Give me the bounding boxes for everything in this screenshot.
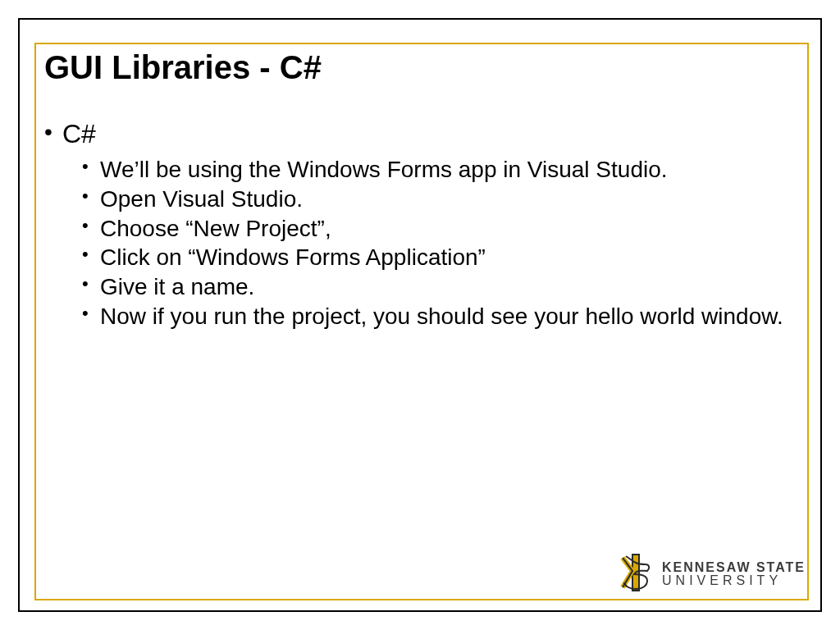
logo-text: KENNESAW STATE UNIVERSITY [662, 561, 806, 587]
list-item: C# We’ll be using the Windows Forms app … [44, 117, 799, 331]
university-logo: KENNESAW STATE UNIVERSITY [618, 553, 806, 596]
bullet-text: Give it a name. [100, 274, 254, 299]
level1-heading: C# [62, 119, 96, 148]
bullet-list-level1: C# We’ll be using the Windows Forms app … [44, 117, 799, 331]
list-item: We’ll be using the Windows Forms app in … [82, 155, 799, 185]
bullet-list-level2: We’ll be using the Windows Forms app in … [62, 155, 799, 331]
ksu-mark-icon [618, 553, 654, 596]
slide-title: GUI Libraries - C# [44, 49, 799, 86]
list-item: Now if you run the project, you should s… [82, 302, 799, 331]
bullet-text: Click on “Windows Forms Application” [100, 244, 486, 270]
logo-line2: UNIVERSITY [662, 574, 806, 587]
list-item: Choose “New Project”, [82, 214, 799, 244]
bullet-text: Now if you run the project, you should s… [100, 304, 783, 329]
bullet-text: We’ll be using the Windows Forms app in … [100, 157, 668, 182]
list-item: Click on “Windows Forms Application” [82, 243, 799, 272]
bullet-text: Choose “New Project”, [100, 216, 331, 241]
logo-line1: KENNESAW STATE [662, 561, 806, 574]
slide-content: GUI Libraries - C# C# We’ll be using the… [44, 49, 799, 331]
bullet-text: Open Visual Studio. [100, 186, 303, 212]
list-item: Give it a name. [82, 272, 799, 302]
list-item: Open Visual Studio. [82, 185, 799, 214]
